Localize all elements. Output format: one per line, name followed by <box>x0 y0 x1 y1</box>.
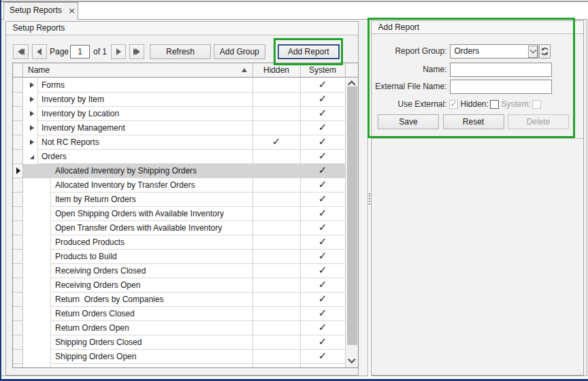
grid-row[interactable]: Item by Return Orders✓ <box>13 193 346 207</box>
last-page-button[interactable] <box>129 44 145 59</box>
expand-icon[interactable] <box>30 82 34 88</box>
report-name: Receiving Orders Closed <box>51 264 252 278</box>
cell-name[interactable]: Return Orders by Companies <box>23 293 253 307</box>
previous-page-button[interactable] <box>32 44 47 59</box>
grid-row[interactable]: Orders✓ <box>13 150 346 164</box>
expand-icon[interactable] <box>30 139 34 145</box>
cell-name[interactable]: Receiving Orders Closed <box>23 264 253 278</box>
cell-name[interactable]: Inventory by Item <box>23 93 253 107</box>
system-check-icon: ✓ <box>318 335 327 348</box>
cell-name[interactable]: Orders <box>23 150 253 164</box>
grid-row[interactable]: Inventory by Location✓ <box>13 107 346 121</box>
tree-indent <box>23 107 38 121</box>
system-check-icon: ✓ <box>318 107 327 119</box>
cell-name[interactable]: Return Orders Closed <box>23 307 253 321</box>
cell-name[interactable]: Allocated Inventory by Transfer Orders <box>23 178 253 193</box>
grid-row[interactable]: Receiving Orders Open✓ <box>13 278 346 293</box>
reports-grid: Name Hidden System Forms✓Inventory by It… <box>12 63 359 368</box>
grid-row[interactable]: Products to Build✓ <box>13 250 346 264</box>
tab-close-icon[interactable]: × <box>68 6 76 14</box>
cell-system: ✓ <box>301 293 346 307</box>
page-number-input[interactable] <box>70 45 90 59</box>
grid-vertical-scrollbar[interactable] <box>346 78 358 367</box>
system-check-icon: ✓ <box>318 264 327 276</box>
grid-header-system[interactable]: System <box>301 63 346 77</box>
cell-hidden <box>253 93 301 107</box>
system-check-icon: ✓ <box>318 250 327 262</box>
row-gutter <box>13 207 24 221</box>
cell-system: ✓ <box>301 264 346 278</box>
cell-name[interactable]: Not RC Reports <box>23 135 253 150</box>
row-gutter <box>13 307 24 321</box>
expand-icon[interactable] <box>30 97 34 102</box>
cell-name[interactable]: Allocated Inventory by Shipping Orders <box>23 164 253 178</box>
grid-row[interactable]: Receiving Orders Closed✓ <box>13 264 346 278</box>
cell-name[interactable]: Inventory Management <box>23 121 253 135</box>
cell-name[interactable] <box>23 364 253 367</box>
cell-hidden <box>253 107 301 121</box>
grid-row[interactable]: Open Shipping Orders with Available Inve… <box>13 207 346 221</box>
row-gutter <box>13 135 24 150</box>
cell-system: ✓ <box>301 121 346 135</box>
system-check-icon: ✓ <box>318 235 327 248</box>
cell-name[interactable]: Return Orders Open <box>23 321 253 335</box>
report-name: Receiving Orders Open <box>51 278 252 293</box>
cell-name[interactable]: Receiving Orders Open <box>23 278 253 293</box>
cell-name[interactable]: Inventory by Location <box>23 107 253 121</box>
row-gutter <box>13 78 24 93</box>
expand-icon[interactable] <box>30 125 34 131</box>
grid-row[interactable]: Produced Products✓ <box>13 235 346 250</box>
scroll-down-icon[interactable] <box>348 356 355 363</box>
report-name: Not RC Reports <box>38 135 252 150</box>
add-group-button[interactable]: Add Group <box>214 44 266 59</box>
grid-row[interactable]: Open Transfer Orders with Available Inve… <box>13 221 346 235</box>
grid-header-hidden[interactable]: Hidden <box>253 63 301 77</box>
row-gutter <box>13 250 24 264</box>
grid-row[interactable]: Forms✓ <box>13 78 346 93</box>
grid-row[interactable]: Return Orders Open✓ <box>13 321 346 335</box>
grid-row[interactable]: Inventory by Item✓ <box>13 93 346 107</box>
collapse-icon[interactable] <box>30 155 34 159</box>
grid-row[interactable]: Not RC Reports✓✓ <box>13 135 346 150</box>
grid-row[interactable] <box>13 364 346 367</box>
cell-name[interactable]: Shipping Orders Closed <box>23 335 253 350</box>
last-page-icon2 <box>135 48 140 55</box>
cell-system: ✓ <box>301 235 346 250</box>
tab-setup-reports[interactable]: Setup Reports × <box>3 2 78 20</box>
cell-hidden <box>253 335 301 350</box>
grid-header-gutter <box>13 63 24 77</box>
tree-indent <box>23 364 51 367</box>
refresh-button[interactable]: Refresh <box>150 44 211 59</box>
grid-row[interactable]: Inventory Management✓ <box>13 121 346 135</box>
grid-row[interactable]: Allocated Inventory by Shipping Orders✓ <box>13 164 346 178</box>
page-label: Page <box>50 44 69 59</box>
setup-reports-panel-header: Setup Reports <box>6 22 359 35</box>
cell-system: ✓ <box>301 221 346 235</box>
cell-name[interactable]: Open Shipping Orders with Available Inve… <box>23 207 253 221</box>
tab-strip <box>1 2 588 19</box>
cell-system: ✓ <box>301 207 346 221</box>
next-page-button[interactable] <box>111 44 126 59</box>
grid-row[interactable]: Shipping Orders Open✓ <box>13 350 346 364</box>
cell-name[interactable]: Forms <box>23 78 253 93</box>
scrollbar-thumb[interactable] <box>347 86 357 345</box>
cell-hidden <box>253 164 301 178</box>
cell-name[interactable]: Open Transfer Orders with Available Inve… <box>23 221 253 235</box>
row-gutter <box>13 164 24 178</box>
cell-name[interactable]: Produced Products <box>23 235 253 250</box>
cell-system: ✓ <box>301 135 346 150</box>
first-page-button[interactable] <box>13 44 29 59</box>
expand-icon[interactable] <box>30 111 34 116</box>
cell-name[interactable]: Products to Build <box>23 250 253 264</box>
report-name: Allocated Inventory by Shipping Orders <box>51 164 252 178</box>
report-name: Orders <box>38 150 252 164</box>
cell-hidden <box>253 350 301 364</box>
cell-name[interactable]: Shipping Orders Open <box>23 350 253 364</box>
cell-name[interactable]: Item by Return Orders <box>23 193 253 207</box>
grid-row[interactable]: Shipping Orders Closed✓ <box>13 335 346 350</box>
grid-row[interactable]: Return Orders by Companies✓ <box>13 293 346 307</box>
grid-row[interactable]: Allocated Inventory by Transfer Orders✓ <box>13 178 346 193</box>
grid-row[interactable]: Return Orders Closed✓ <box>13 307 346 321</box>
grid-header-name[interactable]: Name <box>23 63 253 77</box>
cell-system: ✓ <box>301 335 346 350</box>
